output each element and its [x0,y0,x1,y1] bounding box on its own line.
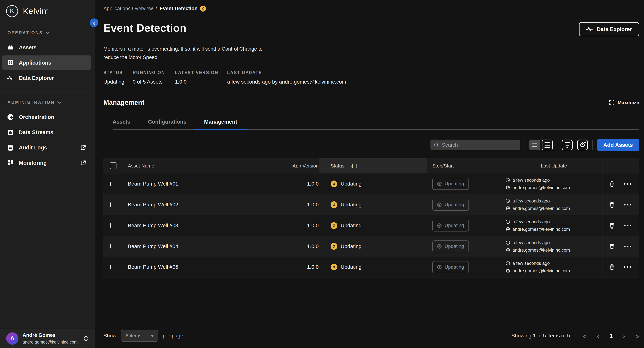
asset-name[interactable]: Beam Pump Well #04 [128,243,178,249]
add-assets-button[interactable]: Add Assets [597,139,639,151]
view-compact-button[interactable] [529,140,540,150]
sidebar-item-data-streams[interactable]: Data Streams [2,125,91,140]
row-checkbox[interactable] [110,244,111,248]
status-updating-icon [330,180,337,187]
maximize-button[interactable]: Maximize [609,100,639,106]
row-checkbox[interactable] [110,265,111,269]
sync-icon [437,223,442,228]
table-header-row: Asset Name App Version Status ↓↑ Stop/St… [104,158,639,173]
toolbar-divider [524,140,525,150]
section-operations[interactable]: OPERATIONS [8,30,95,35]
column-header-actions [602,158,639,173]
sidebar-collapse-button[interactable]: ‹ [90,18,98,27]
row-checkbox[interactable] [110,182,111,186]
app-version: 1.0.0 [307,223,319,228]
page-size-select[interactable]: 8 items [121,330,158,342]
user-icon [506,185,510,190]
row-menu-button[interactable]: ••• [624,181,632,187]
stop-start-button[interactable]: Updating [432,178,469,190]
sidebar-divider [0,22,95,22]
sidebar-item-assets[interactable]: Assets [2,40,91,55]
table-body: Beam Pump Well #01 1.0.0 Updating Updati… [104,173,639,277]
column-header-last-update[interactable]: Last Update [501,158,602,173]
settings-button[interactable]: ⚙ ✦ [577,140,588,150]
row-menu-button[interactable]: ••• [624,201,632,208]
sidebar-item-audit-logs[interactable]: Audit Logs [2,140,91,155]
trash-icon [609,181,615,187]
tab-configurations[interactable]: Configurations [148,119,186,129]
chevron-down-icon [58,101,62,104]
filter-button[interactable] [562,140,573,150]
ellipsis-icon: ••• [624,243,632,250]
updated-time: a few seconds ago [512,240,550,245]
view-list-button[interactable] [542,140,553,150]
sidebar-item-label: Data Explorer [19,75,54,81]
app-root: K Kelvin® OPERATIONS Assets Applications… [0,0,644,348]
last-update-cell: a few seconds ago andre.gomes@kelvininc.… [501,177,602,190]
avatar: A [6,332,18,345]
breadcrumb-parent[interactable]: Applications Overview [104,6,153,11]
asset-name[interactable]: Beam Pump Well #02 [128,202,178,208]
sidebar-item-orchestration[interactable]: Orchestration [2,110,91,124]
row-checkbox[interactable] [110,202,111,207]
column-header-status[interactable]: Status ↓↑ [319,158,427,173]
meta-status: STATUS Updating [104,70,133,85]
next-page-button[interactable]: › [623,332,625,340]
user-menu-toggle-icon[interactable] [84,336,88,342]
select-all-checkbox[interactable] [110,163,116,169]
search-box [430,140,520,150]
app-version: 1.0.0 [307,243,319,249]
status-updating-icon [330,201,337,208]
ellipsis-icon: ••• [624,181,632,187]
asset-name[interactable]: Beam Pump Well #03 [128,223,178,228]
sidebar-item-data-explorer[interactable]: Data Explorer [2,71,91,85]
status-label: Updating [341,202,362,208]
status-updating-icon [200,5,206,11]
user-name: André Gomes [22,332,78,338]
stop-start-button[interactable]: Updating [432,220,469,231]
column-header-app-version[interactable]: App Version [223,158,319,173]
prev-page-button[interactable]: ‹ [597,332,599,340]
delete-button[interactable] [609,264,615,270]
show-label: Show [104,333,116,339]
sort-icon[interactable]: ↓↑ [350,163,359,169]
maximize-icon [609,100,614,105]
user-menu[interactable]: A André Gomes andre.gomes@kelvininc.com [0,329,95,348]
column-header-stop-start[interactable]: Stop/Start [427,158,501,173]
status-label: Updating [341,223,362,228]
asset-name[interactable]: Beam Pump Well #05 [128,264,178,270]
asset-name[interactable]: Beam Pump Well #01 [128,181,178,187]
row-checkbox[interactable] [110,223,111,228]
stop-start-button[interactable]: Updating [432,240,469,252]
row-menu-button[interactable]: ••• [624,222,632,229]
table-row: Beam Pump Well #01 1.0.0 Updating Updati… [104,173,639,194]
row-menu-button[interactable]: ••• [624,264,632,270]
section-administration[interactable]: ADMINISTRATION [8,100,95,105]
tab-assets[interactable]: Assets [112,119,130,129]
meta-last-update: LAST UPDATE a few seconds ago by andre.g… [227,70,346,85]
column-header-asset-name[interactable]: Asset Name [122,158,223,173]
tab-management[interactable]: Management [204,119,237,129]
last-page-button[interactable]: » [636,332,639,340]
first-page-button[interactable]: « [583,332,586,340]
delete-button[interactable] [609,243,615,249]
data-explorer-button[interactable]: Data Explorer [579,22,639,36]
chevron-down-icon [46,32,50,34]
apps-grid-icon [7,59,14,66]
delete-button[interactable] [609,181,615,187]
sidebar-item-applications[interactable]: Applications [2,55,91,70]
stop-start-button[interactable]: Updating [432,199,469,211]
kelvin-logo-icon: K [6,5,18,17]
trash-icon [609,202,615,208]
clock-icon [506,198,510,203]
sidebar: K Kelvin® OPERATIONS Assets Applications… [0,0,95,348]
sidebar-item-monitoring[interactable]: Monitoring [2,156,91,170]
search-input[interactable] [442,142,517,148]
delete-button[interactable] [609,202,615,208]
dashboard-icon [7,159,14,166]
stop-start-button[interactable]: Updating [432,261,469,273]
delete-button[interactable] [609,223,615,228]
filter-icon [564,142,570,143]
row-menu-button[interactable]: ••• [624,243,632,250]
meta-running-on: RUNNING ON 0 of 5 Assets [133,70,175,85]
